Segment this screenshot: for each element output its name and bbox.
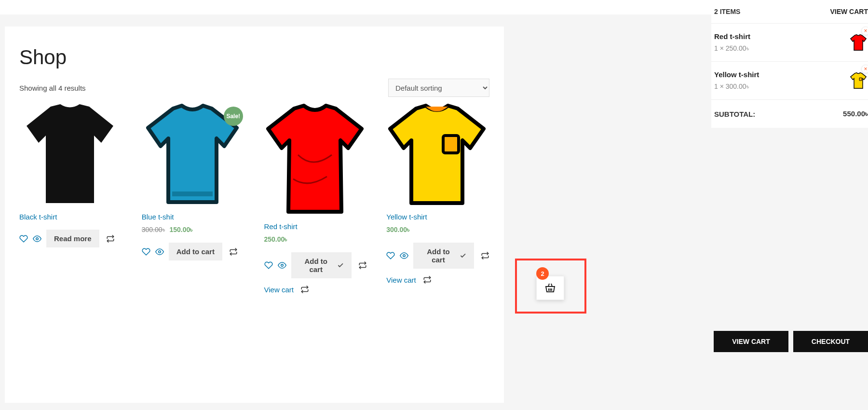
add-to-cart-button[interactable]: Add to cart: [413, 243, 474, 269]
heart-icon[interactable]: [264, 261, 273, 270]
current-price: 250.00৳: [264, 235, 287, 243]
cart-item-qty: 1 × 300.00৳: [714, 82, 759, 91]
button-label: Add to cart: [176, 247, 215, 256]
cart-item-qty: 1 × 250.00৳: [714, 44, 750, 53]
cart-item-thumb: [849, 33, 868, 52]
heart-icon[interactable]: [19, 234, 28, 243]
button-label: Read more: [54, 234, 92, 243]
sale-badge: Sale!: [224, 107, 243, 126]
svg-point-2: [159, 250, 161, 253]
product-title[interactable]: Yellow t-shirt: [386, 213, 489, 221]
add-to-cart-button[interactable]: Add to cart: [169, 243, 222, 260]
compare-icon[interactable]: [300, 285, 309, 294]
svg-point-5: [403, 255, 406, 257]
view-cart-link[interactable]: View cart: [264, 285, 309, 294]
mini-cart-panel: 2 ITEMS VIEW CART Red t-shirt 1 × 250.00…: [711, 0, 868, 128]
view-cart-label: View cart: [386, 276, 416, 284]
tshirt-icon: [386, 102, 488, 208]
read-more-button[interactable]: Read more: [46, 230, 99, 247]
compare-icon[interactable]: [358, 261, 367, 270]
view-cart-link[interactable]: View cart: [386, 275, 431, 284]
svg-point-0: [36, 237, 39, 240]
product-image[interactable]: [386, 102, 488, 208]
heart-icon[interactable]: [142, 247, 150, 256]
product-price: 300.00৳: [386, 226, 489, 234]
cart-item: Yellow t-shirt 1 × 300.00৳ ×: [711, 62, 868, 100]
product-grid: Black t-shirt Read more Sa: [19, 102, 489, 294]
svg-rect-6: [859, 78, 862, 81]
cart-item-name[interactable]: Red t-shirt: [714, 32, 750, 41]
cart-item-thumb: [849, 71, 868, 90]
sort-select[interactable]: Default sorting: [388, 79, 489, 97]
eye-icon[interactable]: [155, 247, 164, 256]
tshirt-icon: [850, 72, 867, 89]
add-to-cart-button[interactable]: Add to cart: [291, 252, 352, 278]
product-price: 250.00৳: [264, 235, 367, 244]
remove-item-button[interactable]: ×: [861, 27, 868, 35]
product-price: 300.00৳ 150.00৳: [142, 226, 245, 234]
svg-point-3: [281, 264, 283, 267]
product-card: Red t-shirt 250.00৳ Add to cart: [264, 102, 367, 294]
remove-item-button[interactable]: ×: [861, 65, 868, 73]
page-title: Shop: [19, 46, 489, 69]
eye-icon[interactable]: [33, 234, 41, 243]
compare-icon[interactable]: [229, 247, 238, 256]
view-cart-button[interactable]: VIEW CART: [714, 331, 788, 352]
eye-icon[interactable]: [400, 251, 408, 260]
svg-rect-1: [172, 191, 213, 196]
product-image[interactable]: [19, 102, 121, 208]
button-label: Add to cart: [421, 247, 455, 264]
product-title[interactable]: Blue t-shit: [142, 213, 245, 221]
cart-item-name[interactable]: Yellow t-shirt: [714, 70, 759, 79]
cart-items-count: 2 ITEMS: [714, 8, 740, 15]
compare-icon[interactable]: [423, 275, 432, 284]
checkout-button[interactable]: CHECKOUT: [793, 331, 868, 352]
product-title[interactable]: Black t-shirt: [19, 213, 122, 221]
tshirt-icon: [264, 102, 366, 218]
check-icon: [337, 261, 344, 269]
product-card: Black t-shirt Read more: [19, 102, 122, 294]
heart-icon[interactable]: [386, 251, 395, 260]
shop-content: Shop Showing all 4 results Default sorti…: [5, 27, 504, 403]
check-icon: [460, 252, 466, 260]
current-price: 150.00৳: [169, 226, 192, 233]
product-title[interactable]: Red t-shirt: [264, 222, 367, 231]
cart-count-badge: 2: [536, 267, 549, 280]
basket-icon: [544, 282, 556, 294]
subtotal-value: 550.00৳: [843, 109, 868, 118]
button-label: Add to cart: [299, 257, 333, 273]
compare-icon[interactable]: [106, 234, 115, 243]
cart-item: Red t-shirt 1 × 250.00৳ ×: [711, 24, 868, 62]
tshirt-icon: [850, 34, 867, 51]
view-cart-link[interactable]: VIEW CART: [830, 8, 868, 15]
product-card: Sale! Blue t-shit 300.00৳ 150.00৳: [142, 102, 245, 294]
product-card: Yellow t-shirt 300.00৳ Add to cart: [386, 102, 489, 294]
view-cart-label: View cart: [264, 286, 294, 294]
tshirt-icon: [22, 102, 118, 208]
eye-icon[interactable]: [278, 261, 286, 270]
old-price: 300.00৳: [142, 226, 165, 233]
subtotal-label: SUBTOTAL:: [714, 110, 755, 118]
results-count: Showing all 4 results: [19, 84, 86, 92]
current-price: 300.00৳: [386, 226, 409, 233]
product-image[interactable]: [264, 102, 366, 218]
product-image[interactable]: Sale!: [142, 102, 243, 208]
svg-rect-4: [443, 136, 459, 153]
compare-icon[interactable]: [481, 251, 489, 260]
